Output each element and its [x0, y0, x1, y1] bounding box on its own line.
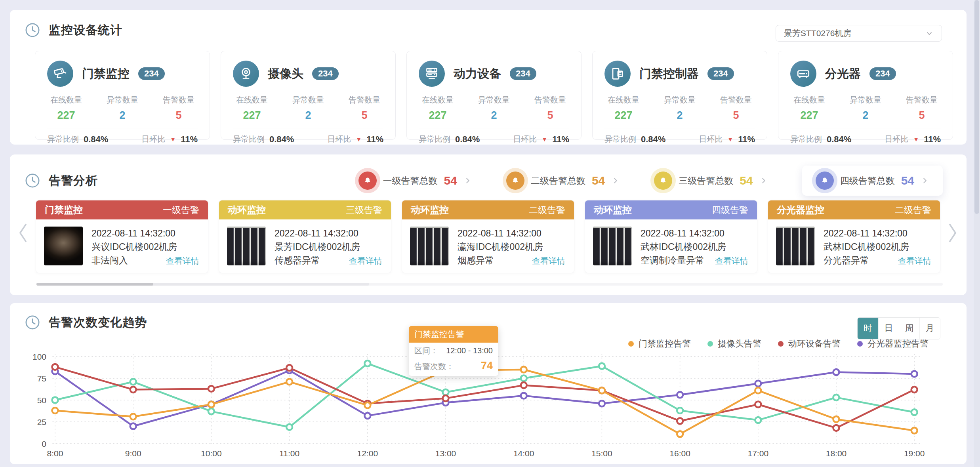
carousel-scrollbar[interactable]	[36, 283, 943, 286]
alarm-count-label: 告警数量	[531, 95, 569, 105]
tooltip-range-value: 12:00 - 13:00	[446, 346, 493, 355]
svg-text:13:00: 13:00	[435, 449, 456, 458]
alarm-time: 2022-08-11 14:32:00	[92, 227, 200, 240]
abnormal-ratio-value: 0.84%	[455, 134, 480, 145]
page-scrollbar-thumb[interactable]	[974, 0, 979, 214]
cctv-icon	[47, 61, 73, 87]
alarm-count-value: 5	[903, 109, 941, 122]
alarm-time: 2022-08-11 14:32:00	[275, 227, 383, 240]
alarm-analysis-title: 告警分析	[49, 173, 98, 189]
alarm-level-summary[interactable]: 三级告警总数 54	[654, 172, 768, 190]
alarm-card[interactable]: 动环监控 三级告警 2022-08-11 14:32:00 景芳IDC机楼002…	[219, 200, 391, 273]
abnormal-ratio-label: 异常比例	[790, 134, 822, 145]
day-over-day-value: 11%	[366, 134, 383, 145]
view-details-link[interactable]: 查看详情	[532, 254, 565, 268]
dashboard-page: 监控设备统计 景芳STT0276机房 门禁监控 234 在线数量 227	[0, 0, 980, 467]
online-count-value: 227	[419, 109, 457, 122]
view-details-link[interactable]: 查看详情	[898, 254, 931, 268]
alarm-count-label: 告警数量	[345, 95, 383, 105]
alarm-location: 武林IDC机楼002机房	[824, 240, 932, 254]
device-stat-card-header: 摄像头 234	[233, 61, 383, 87]
day-over-day-label: 日环比	[327, 134, 351, 145]
alarm-level-count: 54	[740, 174, 753, 187]
abnormal-count-value: 2	[847, 109, 885, 122]
trend-down-icon: ▼	[913, 136, 919, 143]
tooltip-count-label: 告警次数：	[414, 361, 454, 372]
abnormal-count-label: 异常数量	[661, 95, 699, 105]
tooltip-count-value: 74	[481, 360, 493, 372]
room-selector-dropdown[interactable]: 景芳STT0276机房	[776, 25, 942, 42]
alarm-count-value: 5	[531, 109, 569, 122]
alarm-card[interactable]: 动环监控 二级告警 2022-08-11 14:32:00 瀛海IDC机楼002…	[402, 200, 574, 273]
alarm-level: 二级告警	[895, 204, 931, 216]
alarm-level-summary[interactable]: 一级告警总数 54	[358, 172, 472, 190]
alarm-thumbnail	[227, 227, 266, 265]
alarm-count-value: 5	[160, 109, 198, 122]
online-count-value: 227	[790, 109, 828, 122]
day-over-day-label: 日环比	[699, 134, 723, 145]
svg-text:25: 25	[37, 417, 46, 427]
alarm-time: 2022-08-11 14:32:00	[641, 227, 749, 240]
carousel-next-button[interactable]	[946, 220, 959, 246]
tooltip-range-label: 区间：	[414, 345, 438, 356]
alarm-level: 三级告警	[346, 204, 382, 216]
clock-icon	[24, 172, 41, 189]
alarm-source: 动环监控	[594, 204, 632, 216]
alarm-card[interactable]: 分光器监控 二级告警 2022-08-11 14:32:00 武林IDC机楼00…	[768, 200, 940, 273]
online-count-label: 在线数量	[604, 95, 643, 105]
online-count-label: 在线数量	[419, 95, 457, 105]
page-title: 监控设备统计	[49, 22, 122, 38]
alarm-count-value: 5	[345, 109, 383, 122]
svg-text:18:00: 18:00	[826, 449, 847, 458]
device-stat-card-header: 动力设备 234	[419, 61, 569, 87]
svg-text:9:00: 9:00	[125, 449, 141, 458]
carousel-prev-button[interactable]	[16, 220, 30, 246]
alarm-location: 瀛海IDC机楼002机房	[458, 240, 566, 254]
alarm-location: 兴议IDC机楼002机房	[92, 240, 200, 254]
carousel-scrollbar-thumb[interactable]	[36, 283, 153, 286]
alarm-level-summary[interactable]: 四级告警总数 54	[802, 166, 943, 196]
alarm-card[interactable]: 门禁监控 一级告警 2022-08-11 14:32:00 兴议IDC机楼002…	[36, 200, 208, 273]
chevron-down-icon	[925, 29, 934, 38]
alarm-trend-panel: 告警次数变化趋势 时 日 周 月 门禁监控告警 摄像头告	[10, 303, 967, 464]
abnormal-count-label: 异常数量	[847, 95, 885, 105]
alarm-source: 动环监控	[411, 204, 449, 216]
day-over-day-value: 11%	[924, 134, 941, 145]
view-details-link[interactable]: 查看详情	[715, 254, 748, 268]
device-stat-card: 分光器 234 在线数量 227 异常数量 2 告警数量	[778, 51, 953, 140]
alarm-level-label: 二级告警总数	[531, 175, 585, 187]
view-details-link[interactable]: 查看详情	[349, 254, 382, 268]
trend-down-icon: ▼	[170, 136, 176, 143]
chevron-right-icon[interactable]	[921, 176, 929, 185]
alarm-source: 分光器监控	[777, 204, 824, 216]
view-details-link[interactable]: 查看详情	[166, 254, 199, 268]
device-stats-panel: 监控设备统计 景芳STT0276机房 门禁监控 234 在线数量 227	[10, 10, 967, 145]
abnormal-count-value: 2	[475, 109, 513, 122]
svg-text:19:00: 19:00	[904, 449, 925, 458]
room-selector-value: 景芳STT0276机房	[784, 28, 851, 39]
svg-text:10:00: 10:00	[201, 449, 222, 458]
svg-text:14:00: 14:00	[513, 449, 534, 458]
alarm-card[interactable]: 动环监控 四级告警 2022-08-11 14:32:00 武林IDC机楼002…	[585, 200, 757, 273]
alarm-thumbnail	[44, 227, 83, 265]
day-over-day-label: 日环比	[885, 134, 908, 145]
device-name: 门禁监控	[82, 66, 130, 82]
alarm-card-header: 动环监控 四级告警	[585, 200, 757, 219]
device-stat-card-header: 门禁控制器 234	[604, 61, 755, 87]
device-stat-card-header: 门禁监控 234	[47, 61, 198, 87]
alarm-location: 武林IDC机楼002机房	[641, 240, 749, 254]
page-scrollbar[interactable]	[974, 0, 980, 467]
device-count-badge: 234	[312, 67, 339, 80]
abnormal-count-value: 2	[103, 109, 141, 122]
day-over-day-value: 11%	[552, 134, 569, 145]
chevron-right-icon[interactable]	[759, 176, 768, 185]
chevron-right-icon[interactable]	[463, 176, 472, 185]
divider	[419, 128, 569, 128]
chevron-right-icon[interactable]	[611, 176, 620, 185]
device-count-badge: 234	[869, 67, 896, 80]
online-count-label: 在线数量	[47, 95, 85, 105]
alarm-level-summary[interactable]: 二级告警总数 54	[506, 172, 620, 190]
divider	[47, 128, 198, 128]
device-name: 门禁控制器	[639, 66, 699, 82]
device-stat-card: 动力设备 234 在线数量 227 异常数量 2 告警数量	[406, 51, 582, 140]
